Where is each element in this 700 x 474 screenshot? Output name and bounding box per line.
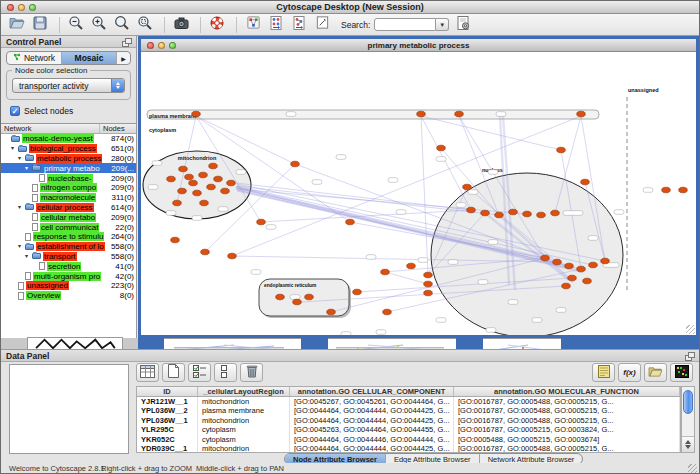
network-node[interactable] [207, 184, 216, 190]
tree-row-biological-process[interactable]: ▾biological_process651(0) [1, 144, 136, 154]
window-fragment[interactable] [561, 338, 700, 349]
annotation-button[interactable] [312, 16, 332, 34]
network-node[interactable] [467, 207, 476, 213]
column-header-3[interactable]: annotation.GO MOLECULAR_FUNCTION [454, 387, 680, 396]
tree-expander-icon[interactable]: ▾ [18, 154, 25, 163]
tree-row-nitrogen-compo[interactable]: nitrogen compo209(0) [1, 183, 136, 193]
network-node[interactable] [424, 272, 433, 278]
network-node[interactable] [201, 249, 210, 255]
search-options-button[interactable] [453, 16, 473, 34]
network-node[interactable] [407, 263, 416, 269]
snapshot-button[interactable] [171, 16, 191, 34]
unselect-all-attributes-button[interactable] [214, 363, 237, 382]
window-fragment[interactable] [164, 338, 301, 349]
tree-column-network[interactable]: Network [1, 124, 100, 133]
tree-row-cell-communicat[interactable]: cell communicat22(0) [1, 222, 136, 232]
tab-network[interactable]: Network [7, 52, 62, 64]
search-dropdown-button[interactable]: ▼ [436, 18, 449, 31]
table-row-YDR039C__1[interactable]: YDR039C__1mitochondrion[GO:0044464, GO:0… [137, 444, 680, 453]
tree-row-establishment-of-lo[interactable]: ▾establishment of lo558(0) [1, 242, 136, 252]
tree-row-mosaic-demo-yeast[interactable]: mosaic-demo-yeast874(0) [1, 134, 136, 144]
network-node[interactable] [463, 184, 472, 190]
network-node[interactable] [437, 145, 446, 151]
float-panel-icon[interactable] [122, 38, 131, 46]
help-button[interactable] [207, 16, 227, 34]
tab-mosaic[interactable]: Mosaic [62, 52, 117, 64]
network-node[interactable] [214, 176, 223, 182]
network-node[interactable] [276, 294, 285, 300]
network-node[interactable] [424, 290, 433, 296]
network-node[interactable] [193, 190, 202, 196]
network-node[interactable] [192, 111, 201, 117]
canvas-resize-grip[interactable] [686, 325, 695, 334]
network-node[interactable] [481, 210, 490, 216]
tree-row-nucleobase-[interactable]: nucleobase-209(0) [1, 173, 136, 183]
network-node[interactable] [557, 147, 566, 153]
tree-row-transport[interactable]: ▾transport558(0) [1, 252, 136, 262]
float-panel-icon[interactable] [685, 352, 694, 360]
zoom-out-button[interactable] [66, 16, 86, 34]
tree-row-macromolecule[interactable]: macromolecule311(0) [1, 193, 136, 203]
select-nodes-checkbox[interactable]: ✓ [10, 106, 20, 116]
network-node[interactable] [523, 211, 532, 217]
network-node[interactable] [541, 255, 550, 261]
network-node[interactable] [167, 176, 176, 182]
network-node[interactable] [221, 188, 230, 194]
search-input[interactable] [374, 18, 436, 31]
network-node[interactable] [173, 200, 182, 206]
network-node[interactable] [565, 263, 574, 269]
tree-expander-icon[interactable]: ▾ [11, 144, 18, 153]
save-session-button[interactable] [30, 16, 50, 34]
network-node[interactable] [509, 209, 518, 215]
zoom-selected-button[interactable] [135, 16, 155, 34]
network-node[interactable] [581, 179, 590, 185]
open-session-button[interactable] [7, 16, 27, 34]
network-node[interactable] [577, 111, 586, 117]
window-fragment[interactable] [328, 338, 456, 349]
minimize-button[interactable] [18, 4, 25, 11]
tree-row-multi-organism-pro[interactable]: multi-organism pro42(0) [1, 271, 136, 281]
network-node[interactable] [346, 219, 355, 225]
tree-row-unassigned[interactable]: unassigned223(0) [1, 281, 136, 291]
network-node[interactable] [568, 275, 577, 281]
network-node[interactable] [293, 299, 302, 305]
network-node[interactable] [551, 210, 560, 216]
tree-row-response-to-stimulu[interactable]: response to stimulu264(0) [1, 232, 136, 242]
table-row-YLR295C[interactable]: YLR295Ccytoplasm[GO:0045263, GO:0044464,… [137, 425, 680, 434]
matrix-view-button[interactable] [670, 363, 693, 382]
new-attribute-button[interactable] [162, 363, 185, 382]
network-node[interactable] [455, 111, 464, 117]
network-view-titlebar[interactable]: primary metabolic process [141, 39, 696, 52]
network-node[interactable] [495, 212, 504, 218]
network-node[interactable] [228, 253, 237, 259]
window-fragment[interactable] [456, 338, 483, 349]
network-node[interactable] [327, 309, 336, 315]
network-node[interactable] [553, 259, 562, 265]
tree-row-secretion[interactable]: secretion41(0) [1, 261, 136, 271]
network-node[interactable] [381, 269, 390, 275]
network-node[interactable] [291, 161, 300, 167]
tree-row-metabolic-process[interactable]: ▾metabolic process280(0) [1, 154, 136, 164]
tree-expander-icon[interactable]: ▾ [18, 203, 25, 212]
scrollbar-arrows[interactable] [682, 436, 694, 452]
node-color-dropdown[interactable]: transporter activity [12, 78, 125, 93]
tab-overflow-button[interactable]: ▶ [117, 52, 130, 64]
network-node[interactable] [189, 180, 198, 186]
zoom-fit-button[interactable] [112, 16, 132, 34]
table-row-YJR121W__1[interactable]: YJR121W__1mitochondrion[GO:0045267, GO:0… [137, 397, 680, 406]
window-fragment[interactable] [483, 338, 561, 349]
layout-edges-button[interactable] [289, 16, 309, 34]
network-canvas[interactable]: plasma membrane cytoplasm mitochondrion … [141, 52, 696, 335]
network-node[interactable] [171, 237, 180, 243]
network-node[interactable] [227, 180, 236, 186]
network-node[interactable] [537, 212, 546, 218]
app-resize-grip[interactable] [688, 464, 697, 473]
table-scrollbar[interactable] [681, 386, 695, 453]
column-header-1[interactable]: _cellularLayoutRegion [198, 387, 290, 396]
tree-row-primary-metabo[interactable]: ▾primary metabo209(... [1, 163, 136, 173]
network-node[interactable] [353, 289, 362, 295]
network-node[interactable] [424, 281, 433, 287]
tree-row-cellular-process[interactable]: ▾cellular process614(0) [1, 203, 136, 213]
network-node[interactable] [583, 278, 592, 284]
column-header-2[interactable]: annotation.GO CELLULAR_COMPONENT [290, 387, 454, 396]
